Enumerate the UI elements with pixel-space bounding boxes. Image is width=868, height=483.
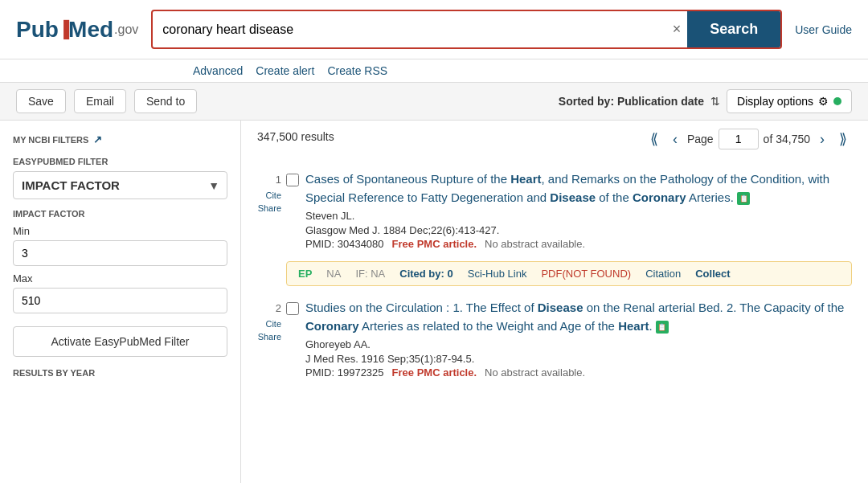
ep-scihub-1[interactable]: Sci-Hub Link <box>468 268 527 280</box>
ncbi-external-link[interactable]: ↗ <box>93 133 102 145</box>
logo-med: Med <box>68 17 113 43</box>
article-1-body: Cases of Spontaneous Rupture of the Hear… <box>305 170 852 252</box>
next-page-button[interactable]: › <box>815 129 829 149</box>
article-2-pmid: PMID: 19972325 <box>305 366 384 379</box>
cite-button-2[interactable]: Cite <box>265 319 281 329</box>
article-2-num-col: 2 Cite Share <box>257 291 286 385</box>
search-clear-button[interactable]: × <box>666 14 688 44</box>
article-1-title[interactable]: Cases of Spontaneous Rupture of the Hear… <box>305 170 852 207</box>
my-ncbi-filters-title: MY NCBI FILTERS ↗ <box>13 133 227 145</box>
active-indicator <box>833 97 841 105</box>
sort-value[interactable]: Sorted by: Publication date <box>559 95 704 108</box>
first-page-button[interactable]: ⟪ <box>645 129 663 149</box>
article-2-free-pmc[interactable]: Free PMC article. <box>392 366 477 379</box>
article-2-authors: Ghoreyeb AA. <box>305 338 852 350</box>
results-bar: 347,500 results ⟪ ‹ Page of 34,750 › ⟫ <box>257 130 852 151</box>
ncbi-link-icon-1[interactable]: 📋 <box>737 192 750 205</box>
share-button-1[interactable]: Share <box>258 203 281 213</box>
activate-filter-button[interactable]: Activate EasyPubMed Filter <box>13 326 227 357</box>
article-1-meta: PMID: 30434080 Free PMC article. No abst… <box>305 238 852 250</box>
article-1-row: 1 Cite Share Cases of Spontaneous Ruptur… <box>257 162 852 291</box>
create-rss-link[interactable]: Create RSS <box>327 64 387 77</box>
article-2-checkbox[interactable] <box>286 302 299 315</box>
article-1: Cases of Spontaneous Rupture of the Hear… <box>286 162 852 291</box>
sort-options: Sorted by: Publication date ⇅ Display op… <box>559 89 852 113</box>
search-results: 347,500 results ⟪ ‹ Page of 34,750 › ⟫ 1… <box>241 121 868 483</box>
impact-factor-select-wrapper: IMPACT FACTOR ▼ <box>13 171 227 199</box>
article-2: Studies on the Circulation : 1. The Effe… <box>286 291 852 385</box>
results-by-year-title: RESULTS BY YEAR <box>13 368 227 378</box>
ep-tag-1[interactable]: EP <box>298 268 312 280</box>
advanced-link[interactable]: Advanced <box>193 64 243 77</box>
email-button[interactable]: Email <box>74 89 126 113</box>
ep-cited-1[interactable]: Cited by: 0 <box>399 268 452 280</box>
article-1-free-pmc[interactable]: Free PMC article. <box>392 238 477 250</box>
max-input[interactable] <box>13 288 227 313</box>
article-2-no-abstract: No abstract available. <box>485 366 585 379</box>
page-total: of 34,750 <box>764 133 810 145</box>
article-2-body: Studies on the Circulation : 1. The Effe… <box>305 299 852 380</box>
article-2-journal: J Med Res. 1916 Sep;35(1):87-94.5. <box>305 353 852 365</box>
search-bar: × Search <box>151 10 782 49</box>
article-1-num-col: 1 Cite Share <box>257 162 286 291</box>
easypubmed-filter-label: EASYPUBMED FILTER <box>13 157 227 166</box>
sub-header: Advanced Create alert Create RSS <box>0 59 868 82</box>
logo-bookmark: ▐ <box>58 20 69 39</box>
article-1-journal: Glasgow Med J. 1884 Dec;22(6):413-427. <box>305 224 852 236</box>
logo-pub: Pub <box>16 17 59 43</box>
ep-collect-1[interactable]: Collect <box>695 268 730 280</box>
settings-icon: ⚙ <box>818 95 829 108</box>
impact-factor-label: IMPACT FACTOR <box>13 209 227 219</box>
article-1-checkbox[interactable] <box>286 174 299 186</box>
display-options-label: Display options <box>737 95 813 108</box>
header: Pub▐Med.gov × Search User Guide <box>0 0 868 59</box>
article-2-title[interactable]: Studies on the Circulation : 1. The Effe… <box>305 299 852 335</box>
ncbi-link-icon-2[interactable]: 📋 <box>656 321 669 334</box>
share-button-2[interactable]: Share <box>258 332 281 342</box>
article-2-meta: PMID: 19972325 Free PMC article. No abst… <box>305 366 852 379</box>
send-to-button[interactable]: Send to <box>134 89 197 113</box>
last-page-button[interactable]: ⟫ <box>834 129 852 149</box>
create-alert-link[interactable]: Create alert <box>256 64 314 77</box>
article-2-number: 2 <box>276 302 281 314</box>
ep-citation-1[interactable]: Citation <box>645 268 681 280</box>
min-label: Min <box>13 225 227 237</box>
article-1-no-abstract: No abstract available. <box>485 238 585 250</box>
user-guide-link[interactable]: User Guide <box>795 23 852 36</box>
article-1-authors: Steven JL. <box>305 210 852 222</box>
results-toolbar: Save Email Send to Sorted by: Publicatio… <box>0 82 868 121</box>
sidebar: MY NCBI FILTERS ↗ EASYPUBMED FILTER IMPA… <box>0 121 241 483</box>
prev-page-button[interactable]: ‹ <box>668 129 682 149</box>
save-button[interactable]: Save <box>16 89 66 113</box>
main-content: MY NCBI FILTERS ↗ EASYPUBMED FILTER IMPA… <box>0 121 868 483</box>
article-2-row: 2 Cite Share Studies on the Circulation … <box>257 291 852 385</box>
pubmed-logo: Pub▐Med.gov <box>16 17 138 43</box>
max-label: Max <box>13 272 227 284</box>
display-options-button[interactable]: Display options ⚙ <box>727 89 852 113</box>
page-label: Page <box>687 133 714 145</box>
min-input[interactable] <box>13 240 227 266</box>
article-1-pmid: PMID: 30434080 <box>305 238 384 250</box>
impact-factor-select[interactable]: IMPACT FACTOR <box>13 171 227 199</box>
results-count: 347,500 results <box>257 130 334 143</box>
search-button[interactable]: Search <box>687 11 780 47</box>
ep-pdf-1[interactable]: PDF(NOT FOUND) <box>541 268 631 280</box>
ep-toolbar-1: EP NA IF: NA Cited by: 0 Sci-Hub Link PD… <box>286 261 852 286</box>
ep-na-1: NA <box>326 268 341 280</box>
ep-if-na-1: IF: NA <box>355 268 385 280</box>
sort-icon: ⇅ <box>710 95 720 108</box>
page-input[interactable] <box>719 129 759 149</box>
search-input[interactable] <box>153 14 665 45</box>
logo-gov: .gov <box>114 23 138 37</box>
pagination: ⟪ ‹ Page of 34,750 › ⟫ <box>645 129 852 149</box>
article-1-number: 1 <box>276 174 281 186</box>
cite-button-1[interactable]: Cite <box>265 190 281 200</box>
